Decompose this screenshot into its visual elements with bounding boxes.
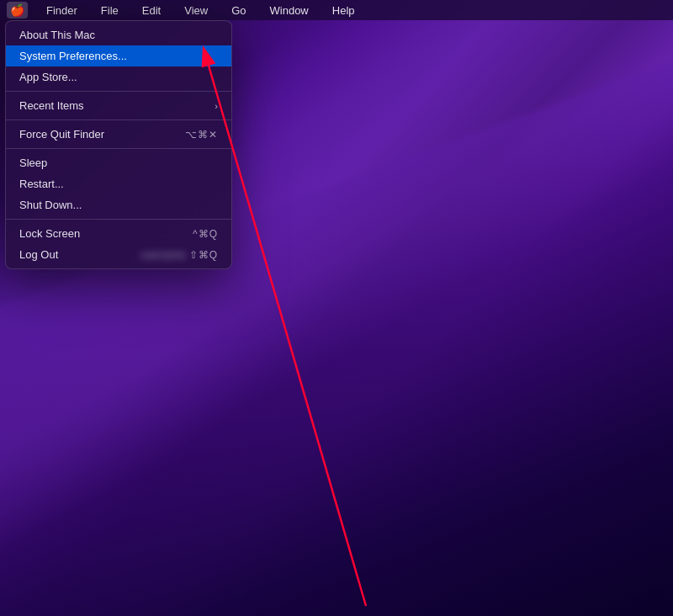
menu-item-log-out-label: Log Out xyxy=(19,248,58,261)
menubar-edit[interactable]: Edit xyxy=(137,3,166,19)
apple-dropdown-menu: About This Mac System Preferences... App… xyxy=(5,20,232,269)
menubar-go[interactable]: Go xyxy=(226,3,251,19)
menu-item-sleep-label: Sleep xyxy=(19,157,47,169)
menu-item-recent-items[interactable]: Recent Items › xyxy=(6,95,231,116)
separator-3 xyxy=(6,148,231,149)
menu-item-recent-items-label: Recent Items xyxy=(19,99,84,112)
menu-item-log-out[interactable]: Log Out username ⇧⌘Q xyxy=(6,244,231,265)
menu-item-app-store[interactable]: App Store... xyxy=(6,66,231,88)
menu-item-shut-down[interactable]: Shut Down... xyxy=(6,194,231,215)
desktop: 🍎 Finder File Edit View Go Window Help A… xyxy=(0,0,673,616)
menubar-help[interactable]: Help xyxy=(327,3,360,19)
log-out-shortcut: ⇧⌘Q xyxy=(189,249,218,261)
menubar-window[interactable]: Window xyxy=(265,3,314,19)
menubar-finder[interactable]: Finder xyxy=(41,3,82,19)
menu-item-force-quit-label: Force Quit Finder xyxy=(19,128,104,141)
menu-item-app-store-label: App Store... xyxy=(19,71,77,83)
log-out-username: username xyxy=(140,249,185,261)
menu-item-about-mac-label: About This Mac xyxy=(19,29,95,41)
menubar: 🍎 Finder File Edit View Go Window Help xyxy=(0,0,673,20)
menu-item-about-mac[interactable]: About This Mac xyxy=(6,24,231,45)
menu-item-shut-down-label: Shut Down... xyxy=(19,199,82,211)
menu-item-restart-label: Restart... xyxy=(19,178,64,190)
menu-item-system-prefs-label: System Preferences... xyxy=(19,50,127,62)
menubar-file[interactable]: File xyxy=(96,3,124,19)
menu-item-sleep[interactable]: Sleep xyxy=(6,152,231,173)
force-quit-shortcut: ⌥⌘✕ xyxy=(185,129,218,141)
menubar-view[interactable]: View xyxy=(179,3,213,19)
separator-4 xyxy=(6,219,231,220)
menu-item-system-prefs[interactable]: System Preferences... xyxy=(6,45,231,66)
menu-item-restart[interactable]: Restart... xyxy=(6,173,231,194)
submenu-chevron-icon: › xyxy=(215,101,218,111)
menu-item-lock-screen[interactable]: Lock Screen ^⌘Q xyxy=(6,223,231,244)
lock-screen-shortcut: ^⌘Q xyxy=(193,228,218,240)
menu-item-lock-screen-label: Lock Screen xyxy=(19,227,80,240)
separator-2 xyxy=(6,119,231,120)
svg-line-1 xyxy=(209,66,366,606)
apple-menu-trigger[interactable]: 🍎 xyxy=(7,2,28,19)
separator-1 xyxy=(6,91,231,92)
menu-item-force-quit[interactable]: Force Quit Finder ⌥⌘✕ xyxy=(6,124,231,145)
